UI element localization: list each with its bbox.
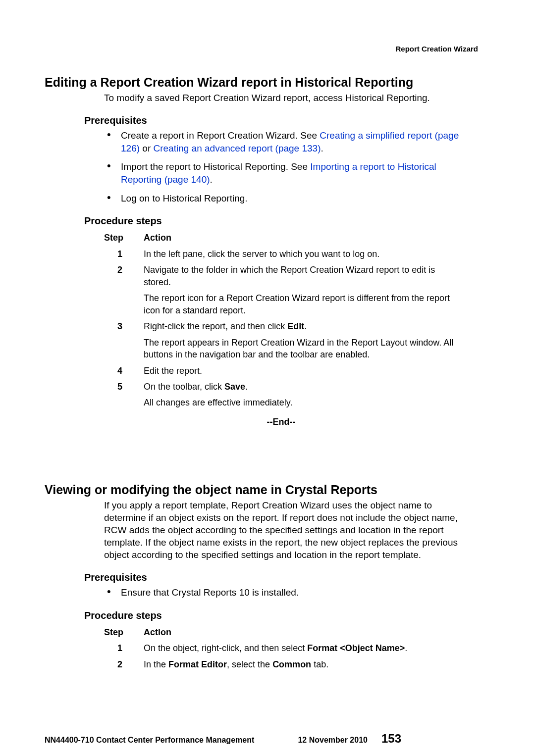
step-action: Right-click the report, and then click E… [144, 318, 461, 362]
section1-steps-table: Step Action 1 In the left pane, click th… [104, 230, 461, 411]
step-action: In the left pane, click the server to wh… [144, 246, 461, 262]
section2-steps-heading: Procedure steps [84, 610, 458, 621]
bold-text: Common [272, 659, 311, 669]
link-creating-advanced-report[interactable]: Creating an advanced report (page 133) [153, 143, 321, 153]
text: . [321, 143, 323, 153]
step-note: The report icon for a Report Creation Wi… [144, 292, 461, 316]
section1-intro: To modify a saved Report Creation Wizard… [104, 92, 473, 104]
step-action: On the object, right-click, and then sel… [144, 640, 407, 656]
text: , select the [227, 659, 272, 669]
step-number: 4 [104, 363, 144, 379]
table-header-row: Step Action [104, 230, 461, 246]
list-item: Import the report to Historical Reportin… [104, 160, 473, 186]
bold-text: Edit [287, 321, 304, 331]
text: . [304, 321, 307, 331]
section1-prereq-list: Create a report in Report Creation Wizar… [104, 129, 458, 204]
text: . [210, 174, 213, 185]
running-header: Report Creation Wizard [45, 45, 478, 53]
step-note: All changes are effective immediately. [144, 397, 461, 408]
footer-date: 12 November 2010 [298, 736, 368, 745]
step-number: 1 [104, 246, 144, 262]
text: . [245, 382, 248, 392]
col-action: Action [144, 230, 461, 246]
list-item: Log on to Historical Reporting. [104, 192, 473, 205]
section2-intro: If you apply a report template, Report C… [104, 499, 473, 561]
text: tab. [311, 659, 328, 669]
step-number: 3 [104, 318, 144, 362]
section1-title: Editing a Report Creation Wizard report … [45, 75, 458, 90]
section-gap [45, 433, 458, 478]
section2-title: Viewing or modifying the object name in … [45, 483, 458, 497]
step-number: 2 [104, 262, 144, 318]
text: Navigate to the folder in which the Repo… [144, 265, 435, 287]
step-action: On the toolbar, click Save. All changes … [144, 379, 461, 411]
section2-steps-table: Step Action 1 On the object, right-click… [104, 624, 407, 672]
col-step: Step [104, 624, 144, 640]
list-item: Ensure that Crystal Reports 10 is instal… [104, 586, 473, 599]
step-number: 5 [104, 379, 144, 411]
section2-prereq-list: Ensure that Crystal Reports 10 is instal… [104, 586, 458, 599]
bold-text: Format <Object Name> [307, 643, 405, 653]
table-row: 5 On the toolbar, click Save. All change… [104, 379, 461, 411]
section2-prereq-heading: Prerequisites [84, 572, 458, 583]
end-marker: --End-- [104, 417, 458, 427]
text: or [140, 143, 153, 153]
text: Log on to Historical Reporting. [121, 193, 248, 203]
bold-text: Format Editor [168, 659, 227, 669]
step-note: The report appears in Report Creation Wi… [144, 337, 461, 361]
text: Right-click the report, and then click [144, 321, 287, 331]
footer-page-number: 153 [381, 732, 401, 746]
table-row: 1 In the left pane, click the server to … [104, 246, 461, 262]
table-header-row: Step Action [104, 624, 407, 640]
text: Create a report in Report Creation Wizar… [121, 130, 320, 141]
table-row: 3 Right-click the report, and then click… [104, 318, 461, 362]
text: Ensure that Crystal Reports 10 is instal… [121, 587, 299, 598]
table-row: 2 Navigate to the folder in which the Re… [104, 262, 461, 318]
table-row: 2 In the Format Editor, select the Commo… [104, 656, 407, 672]
text: Import the report to Historical Reportin… [121, 161, 310, 172]
footer-doc-title: NN44400-710 Contact Center Performance M… [45, 736, 254, 745]
page-footer: NN44400-710 Contact Center Performance M… [45, 732, 458, 746]
bold-text: Save [224, 382, 245, 392]
text: In the [144, 659, 168, 669]
table-row: 1 On the object, right-click, and then s… [104, 640, 407, 656]
text: On the object, right-click, and then sel… [144, 643, 307, 653]
col-action: Action [144, 624, 407, 640]
page: Report Creation Wizard Editing a Report … [0, 0, 535, 756]
section1-steps-heading: Procedure steps [84, 215, 458, 227]
step-number: 2 [104, 656, 144, 672]
table-row: 4 Edit the report. [104, 363, 461, 379]
step-action: Navigate to the folder in which the Repo… [144, 262, 461, 318]
list-item: Create a report in Report Creation Wizar… [104, 129, 473, 154]
col-step: Step [104, 230, 144, 246]
step-number: 1 [104, 640, 144, 656]
section1-prereq-heading: Prerequisites [84, 115, 458, 126]
step-action: In the Format Editor, select the Common … [144, 656, 407, 672]
text: On the toolbar, click [144, 382, 224, 392]
step-action: Edit the report. [144, 363, 461, 379]
text: . [405, 643, 407, 653]
